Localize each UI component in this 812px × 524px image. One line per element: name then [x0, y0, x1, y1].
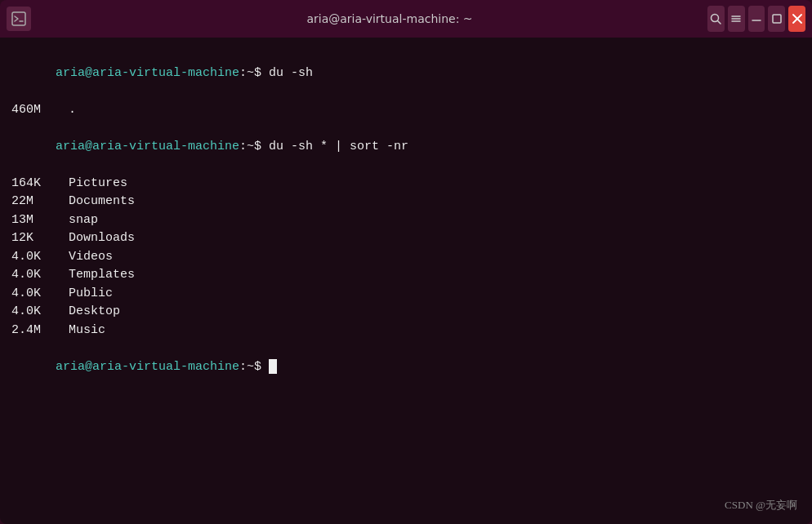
- command-line-1: aria@aria-virtual-machine:~$ du -sh: [11, 46, 801, 101]
- output-size-7: 4.0K: [11, 285, 69, 304]
- prompt-user-2: aria@aria-virtual-machine: [56, 140, 239, 153]
- output-size-4: 12K: [11, 229, 69, 248]
- cursor-blink: [269, 359, 277, 374]
- prompt-dollar-2: :~$: [239, 140, 269, 153]
- output-name-1: Pictures: [69, 175, 127, 193]
- prompt-dollar-3: :~$: [239, 360, 269, 374]
- watermark: CSDN @无妄啊: [725, 497, 797, 513]
- svg-rect-8: [773, 15, 781, 23]
- hamburger-button[interactable]: [728, 6, 745, 32]
- output-size-5: 4.0K: [11, 248, 69, 267]
- close-button[interactable]: [788, 6, 805, 32]
- output-name-8: Desktop: [69, 303, 120, 322]
- output-row-9: 2.4MMusic: [11, 322, 801, 340]
- output-size-8: 4.0K: [11, 303, 69, 322]
- output-row-7: 4.0KPublic: [11, 285, 801, 304]
- output-row-5: 4.0KVideos: [11, 248, 801, 267]
- output-size-9: 2.4M: [11, 322, 69, 340]
- output-row-2: 22MDocuments: [11, 193, 801, 211]
- output-size-2: 22M: [11, 193, 69, 211]
- restore-button[interactable]: [768, 6, 785, 32]
- command-line-2: aria@aria-virtual-machine:~$ du -sh * | …: [11, 119, 801, 175]
- terminal-window: aria@aria-virtual-machine: ~: [0, 0, 812, 524]
- svg-rect-0: [12, 12, 25, 25]
- cmd-2: du -sh * | sort -nr: [269, 140, 408, 153]
- output-name-6: Templates: [69, 266, 135, 285]
- terminal-body[interactable]: aria@aria-virtual-machine:~$ du -sh 460M…: [0, 38, 812, 524]
- prompt-dollar-1: :~$: [239, 66, 269, 80]
- output-name-4: Downloads: [69, 229, 135, 248]
- cmd-1: du -sh: [269, 66, 313, 80]
- output-name-2: Documents: [69, 193, 135, 211]
- output-row-1: 164KPictures: [11, 175, 801, 193]
- output-size-1: 164K: [11, 175, 69, 193]
- output-name-0: .: [69, 101, 76, 120]
- search-button[interactable]: [707, 6, 725, 32]
- output-row-6: 4.0KTemplates: [11, 266, 801, 285]
- window-title: aria@aria-virtual-machine: ~: [72, 12, 707, 25]
- titlebar: aria@aria-virtual-machine: ~: [0, 0, 812, 38]
- output-name-3: snap: [69, 211, 98, 230]
- output-row-3: 13Msnap: [11, 211, 801, 230]
- output-size-0: 460M: [11, 101, 69, 120]
- window-controls: [707, 6, 805, 32]
- output-name-9: Music: [69, 322, 105, 340]
- output-name-5: Videos: [69, 248, 113, 267]
- new-prompt-line: aria@aria-virtual-machine:~$: [11, 340, 801, 395]
- minimize-button[interactable]: [748, 6, 765, 32]
- titlebar-left: [7, 7, 72, 31]
- svg-line-3: [718, 21, 721, 24]
- prompt-user-1: aria@aria-virtual-machine: [56, 66, 239, 80]
- output-name-7: Public: [69, 285, 113, 304]
- output-size-6: 4.0K: [11, 266, 69, 285]
- output-du-sh: 460M.: [11, 101, 801, 120]
- terminal-icon: [7, 7, 31, 31]
- output-row-8: 4.0KDesktop: [11, 303, 801, 322]
- output-size-3: 13M: [11, 211, 69, 230]
- prompt-user-3: aria@aria-virtual-machine: [56, 360, 239, 374]
- output-row-4: 12KDownloads: [11, 229, 801, 248]
